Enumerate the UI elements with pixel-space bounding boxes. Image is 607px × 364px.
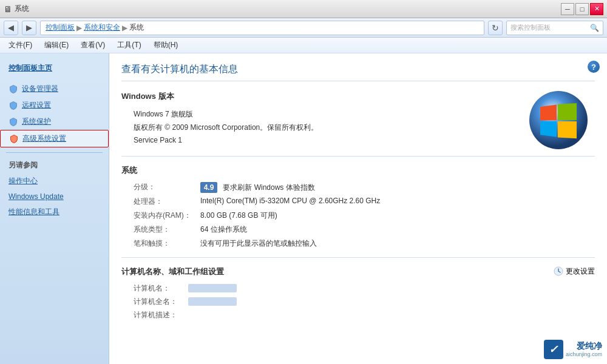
computer-fullname-label: 计算机全名：: [134, 297, 188, 307]
sidebar-label-device-manager: 设备管理器: [22, 84, 58, 94]
section-divider-2: [121, 257, 595, 258]
content-area: ?: [109, 53, 607, 364]
sidebar-item-system-protection[interactable]: 系统保护: [0, 113, 109, 130]
search-placeholder: 搜索控制面板: [510, 23, 551, 32]
breadcrumb-item2[interactable]: 系统和安全: [84, 22, 120, 33]
watermark-text: 爱纯净 aichunjing.com: [566, 341, 602, 358]
pen-touch-label: 笔和触摸：: [134, 238, 200, 249]
pen-touch-value: 没有可用于此显示器的笔或触控输入: [200, 238, 317, 249]
sidebar-item-windows-update[interactable]: Windows Update: [0, 189, 109, 204]
menu-file[interactable]: 文件(F): [6, 39, 35, 52]
help-icon[interactable]: ?: [588, 61, 600, 73]
processor-label: 处理器：: [134, 197, 200, 207]
computer-name-row: 计算机名：: [121, 283, 595, 294]
ram-row: 安装内存(RAM)： 8.00 GB (7.68 GB 可用): [121, 211, 595, 221]
shield-icon-3: [8, 117, 18, 127]
close-button[interactable]: ✕: [590, 3, 603, 15]
sidebar-item-performance[interactable]: 性能信息和工具: [0, 204, 109, 220]
sidebar-label-performance: 性能信息和工具: [8, 207, 59, 217]
breadcrumb[interactable]: 控制面板 ▶ 系统和安全 ▶ 系统: [40, 21, 484, 35]
windows-copyright: 版权所有 © 2009 Microsoft Corporation。保留所有权利…: [134, 121, 595, 135]
rating-row: 分级： 4.9 要求刷新 Windows 体验指数: [121, 182, 595, 193]
computer-desc-label: 计算机描述：: [134, 310, 188, 320]
forward-button[interactable]: ▶: [22, 21, 36, 35]
sidebar-main-title[interactable]: 控制面板主页: [0, 59, 109, 76]
watermark-icon: ✓: [544, 340, 563, 359]
sidebar-label-advanced: 高级系统设置: [22, 133, 66, 144]
address-bar: ◀ ▶ 控制面板 ▶ 系统和安全 ▶ 系统 ↻ 搜索控制面板 🔍: [0, 18, 607, 38]
menu-help[interactable]: 帮助(H): [151, 39, 181, 52]
title-bar-left: 🖥 系统: [4, 4, 29, 14]
search-box[interactable]: 搜索控制面板 🔍: [506, 21, 603, 35]
computer-name-label: 计算机名：: [134, 283, 188, 294]
system-type-row: 系统类型： 64 位操作系统: [121, 224, 595, 235]
breadcrumb-item1[interactable]: 控制面板: [46, 22, 75, 33]
windows-logo: [528, 90, 589, 150]
sidebar-divider: [6, 152, 103, 153]
system-type-label: 系统类型：: [134, 224, 200, 235]
sidebar: 控制面板主页 设备管理器 远程设置 系统保护: [0, 53, 109, 364]
breadcrumb-item3: 系统: [129, 22, 144, 33]
page-title: 查看有关计算机的基本信息: [121, 63, 595, 81]
search-icon: 🔍: [590, 24, 599, 32]
windows-version-block: Windows 7 旗舰版 版权所有 © 2009 Microsoft Corp…: [121, 108, 595, 147]
sidebar-item-advanced[interactable]: 高级系统设置: [0, 130, 109, 147]
sidebar-label-system-protection: 系统保护: [22, 116, 51, 127]
sidebar-item-device-manager[interactable]: 设备管理器: [0, 81, 109, 97]
shield-icon-4: [9, 134, 19, 144]
computer-desc-row: 计算机描述：: [121, 310, 595, 320]
pen-touch-row: 笔和触摸： 没有可用于此显示器的笔或触控输入: [121, 238, 595, 249]
shield-icon-1: [8, 84, 18, 94]
windows-version-heading: Windows 版本: [121, 91, 595, 102]
breadcrumb-sep2: ▶: [122, 24, 127, 32]
minimize-button[interactable]: ─: [561, 3, 574, 15]
rating-link[interactable]: 要求刷新 Windows 体验指数: [223, 183, 314, 192]
main-layout: 控制面板主页 设备管理器 远程设置 系统保护: [0, 53, 607, 364]
computer-fullname-value: [188, 297, 237, 306]
title-bar-controls: ─ □ ✕: [561, 3, 603, 15]
maximize-button[interactable]: □: [575, 3, 589, 15]
sidebar-label-windows-update: Windows Update: [8, 192, 64, 201]
windows-edition: Windows 7 旗舰版: [134, 108, 595, 121]
processor-value: Intel(R) Core(TM) i5-3320M CPU @ 2.60GHz…: [200, 197, 380, 205]
sidebar-label-action-center: 操作中心: [8, 176, 38, 186]
section-divider-1: [121, 156, 595, 157]
sidebar-other-title: 另请参阅: [0, 158, 109, 173]
system-heading: 系统: [121, 165, 595, 176]
sidebar-item-remote[interactable]: 远程设置: [0, 97, 109, 113]
rating-label: 分级：: [134, 182, 200, 192]
sidebar-label-remote: 远程设置: [22, 100, 51, 110]
menu-edit[interactable]: 编辑(E): [42, 39, 71, 52]
processor-row: 处理器： Intel(R) Core(TM) i5-3320M CPU @ 2.…: [121, 197, 595, 207]
settings-icon: [554, 266, 563, 276]
title-bar-title: 系统: [15, 4, 29, 14]
rating-badge: 4.9: [200, 182, 217, 193]
system-type-value: 64 位操作系统: [200, 224, 247, 235]
title-bar: 🖥 系统 ─ □ ✕: [0, 0, 607, 18]
shield-icon-2: [8, 101, 18, 110]
computer-fullname-row: 计算机全名：: [121, 297, 595, 307]
ram-value: 8.00 GB (7.68 GB 可用): [200, 211, 277, 221]
breadcrumb-sep1: ▶: [76, 24, 82, 32]
ram-label: 安装内存(RAM)：: [134, 211, 200, 221]
refresh-button[interactable]: ↻: [488, 21, 503, 35]
computer-section-heading: 计算机名称、域和工作组设置: [121, 266, 595, 277]
menu-bar: 文件(F) 编辑(E) 查看(V) 工具(T) 帮助(H): [0, 38, 607, 53]
computer-name-value: [188, 284, 237, 292]
menu-tools[interactable]: 工具(T): [115, 39, 143, 52]
watermark-area: ✓ 爱纯净 aichunjing.com: [544, 340, 602, 359]
service-pack: Service Pack 1: [134, 134, 595, 147]
rating-info: 4.9 要求刷新 Windows 体验指数: [200, 182, 315, 193]
menu-view[interactable]: 查看(V): [78, 39, 107, 52]
change-settings-link[interactable]: 更改设置: [566, 266, 595, 277]
sidebar-item-action-center[interactable]: 操作中心: [0, 173, 109, 189]
back-button[interactable]: ◀: [4, 21, 18, 35]
